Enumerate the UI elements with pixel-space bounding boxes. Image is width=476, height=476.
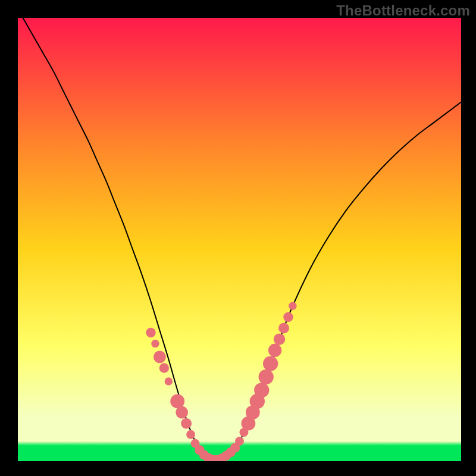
data-point [176, 406, 188, 419]
data-point [186, 430, 195, 439]
chart-frame: TheBottleneck.com [0, 0, 476, 476]
chart-background-gradient [18, 18, 461, 461]
data-point [254, 383, 269, 397]
data-point [154, 350, 166, 363]
data-point [159, 363, 169, 372]
data-point [283, 312, 293, 322]
data-point [146, 328, 155, 337]
data-point [165, 377, 173, 385]
data-point [263, 356, 278, 371]
chart-plot-area [18, 18, 461, 461]
data-point [289, 302, 296, 310]
chart-svg [18, 18, 461, 461]
data-point [259, 369, 274, 384]
data-point [278, 323, 289, 334]
data-point [181, 418, 192, 429]
watermark-text: TheBottleneck.com [336, 2, 470, 19]
data-point [235, 437, 244, 446]
data-point [151, 340, 159, 347]
data-point [274, 333, 285, 345]
data-point [268, 344, 281, 357]
